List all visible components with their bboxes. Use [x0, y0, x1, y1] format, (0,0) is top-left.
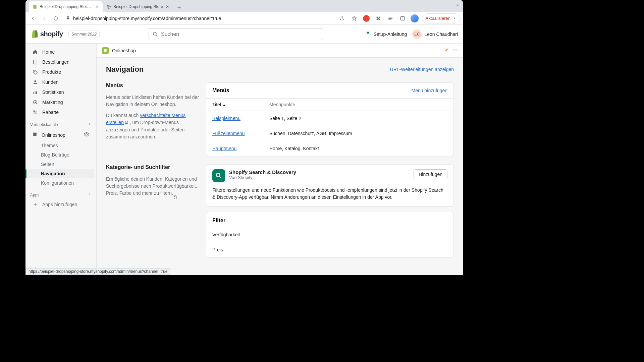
- sidepanel-icon[interactable]: [398, 14, 407, 23]
- sidebar-item-add-apps[interactable]: Apps hinzufügen: [28, 200, 94, 209]
- user-avatar: LC: [412, 29, 422, 39]
- sidebar-subitem-preferences[interactable]: Konfigurationen: [28, 179, 94, 187]
- menus-section-title: Menüs: [106, 82, 199, 88]
- section-label: Apps: [30, 193, 39, 197]
- sidebar-label: Produkte: [42, 69, 61, 75]
- sidebar-label: Rabatte: [42, 110, 59, 115]
- discovery-app-name: Shopify Search & Discovery: [229, 169, 296, 175]
- sidebar-section-apps[interactable]: Apps: [25, 188, 96, 199]
- kebab-icon: ⋮: [452, 16, 457, 21]
- person-icon: [32, 79, 38, 85]
- sidebar-subitem-themes[interactable]: Themes: [28, 141, 94, 150]
- category-section-desc: Ermögliche deinen Kunden, Kategorien und…: [106, 176, 199, 197]
- reload-button[interactable]: [51, 14, 60, 23]
- tab-title: Beispiel Dropshipping Store: [113, 4, 163, 9]
- tabs-overflow-button[interactable]: [455, 3, 460, 9]
- sidebar-subitem-pages[interactable]: Seiten: [28, 160, 94, 169]
- svg-point-22: [456, 49, 457, 50]
- eye-icon[interactable]: [84, 131, 90, 138]
- user-menu[interactable]: LC Leon Chaudhari: [412, 29, 458, 39]
- tag-icon: [32, 69, 38, 75]
- sidebar-item-customers[interactable]: Kunden: [28, 77, 94, 87]
- sidebar-item-orders[interactable]: Bestellungen: [28, 57, 94, 67]
- svg-point-21: [455, 49, 455, 50]
- close-icon[interactable]: ✕: [165, 4, 170, 9]
- sidebar-label: Marketing: [42, 100, 63, 105]
- reading-list-icon[interactable]: [386, 14, 395, 23]
- back-button[interactable]: [28, 14, 38, 23]
- chevron-right-icon: [88, 192, 92, 197]
- menu-link[interactable]: Hauptmenü: [212, 146, 236, 151]
- extensions-icon[interactable]: [374, 14, 383, 23]
- profile-avatar-icon[interactable]: [410, 14, 419, 23]
- menu-items: Seite 1, Seite 2: [269, 116, 301, 121]
- browser-update-button[interactable]: Aktualisieren ⋮: [422, 13, 461, 23]
- svg-rect-13: [36, 92, 37, 94]
- sidebar-item-onlineshop[interactable]: Onlineshop: [28, 129, 94, 140]
- svg-point-16: [34, 111, 35, 112]
- discovery-card: Shopify Search & Discovery Von Shopify H…: [206, 164, 454, 206]
- add-discovery-button[interactable]: Hinzufügen: [414, 169, 447, 179]
- sidebar-item-products[interactable]: Produkte: [28, 67, 94, 77]
- svg-point-10: [34, 80, 36, 82]
- menu-link[interactable]: Fußzeilenmenü: [212, 131, 245, 136]
- sidebar-subitem-blog[interactable]: Blog-Beiträge: [28, 150, 94, 159]
- svg-line-24: [220, 177, 221, 178]
- plus-icon: [32, 202, 38, 207]
- shopify-logo[interactable]: shopify: [31, 30, 63, 39]
- orders-icon: [32, 59, 38, 65]
- more-icon[interactable]: [452, 47, 458, 54]
- menus-card-title: Menüs: [212, 87, 229, 94]
- search-input[interactable]: Suchen: [149, 28, 323, 40]
- svg-point-9: [34, 71, 35, 72]
- browser-tab-active[interactable]: Beispiel Dropshipping Store · N ✕: [29, 1, 103, 12]
- chevron-right-icon: [88, 122, 92, 127]
- sidebar-item-marketing[interactable]: Marketing: [28, 98, 94, 107]
- close-icon[interactable]: ✕: [95, 4, 99, 9]
- target-icon: [32, 100, 38, 105]
- svg-point-15: [35, 102, 36, 103]
- setup-guide-label: Setup-Anleitung: [374, 32, 407, 37]
- sidebar: Home Bestellungen Produkte Kunden Statis…: [25, 44, 97, 275]
- forward-button[interactable]: [40, 14, 49, 23]
- svg-line-5: [156, 35, 157, 36]
- sidebar-item-discounts[interactable]: Rabatte: [28, 108, 94, 117]
- table-header-title[interactable]: Titel ▲: [212, 102, 269, 107]
- new-tab-button[interactable]: [174, 3, 184, 12]
- pin-icon[interactable]: [444, 47, 449, 54]
- svg-rect-2: [400, 16, 405, 20]
- filter-item[interactable]: Preis: [206, 242, 453, 257]
- shopify-wordmark: shopify: [40, 30, 63, 38]
- analytics-icon: [32, 89, 38, 95]
- svg-point-17: [36, 113, 37, 114]
- sidebar-item-analytics[interactable]: Statistiken: [28, 87, 94, 97]
- sidebar-section-channels[interactable]: Vertriebskanäle: [25, 117, 96, 129]
- discovery-body: Filtereinstellungen und neue Funktionen …: [206, 187, 453, 206]
- share-icon[interactable]: [337, 14, 347, 23]
- address-bar[interactable]: beispiel-dropshipping-store.myshopify.co…: [62, 13, 335, 23]
- menus-desc-2: Du kannst auch verschachtelte Menüs erst…: [106, 112, 199, 140]
- svg-rect-12: [35, 91, 36, 94]
- browser-status-bar: https://beispiel-dropshipping-store.mysh…: [25, 268, 170, 275]
- browser-tab[interactable]: Beispiel Dropshipping Store ✕: [103, 1, 173, 12]
- shopify-topbar: shopify Sommer 2022 Suchen Setup-Anleitu…: [25, 25, 463, 44]
- extension-red-icon[interactable]: [362, 14, 371, 23]
- discovery-vendor: Von Shopify: [229, 175, 296, 180]
- sidebar-label: Bestellungen: [42, 59, 69, 65]
- sidebar-item-home[interactable]: Home: [28, 47, 94, 57]
- sidebar-subitem-navigation[interactable]: Navigation: [28, 169, 94, 178]
- setup-guide-link[interactable]: Setup-Anleitung: [366, 31, 407, 37]
- filter-item[interactable]: Verfügbarkeit: [206, 227, 453, 242]
- sidebar-label: Statistiken: [42, 89, 64, 95]
- url-redirects-link[interactable]: URL-Weiterleitungen anzeigen: [390, 67, 454, 72]
- bookmark-icon[interactable]: [350, 14, 359, 23]
- category-section-title: Kategorie- und Suchfilter: [106, 164, 199, 170]
- menu-link[interactable]: Beispielmenu: [212, 116, 240, 121]
- section-label: Vertriebskanäle: [30, 122, 58, 127]
- svg-rect-1: [67, 17, 69, 19]
- menu-items: Home, Katalog, Kontakt: [269, 146, 319, 151]
- globe-icon: [106, 4, 111, 9]
- add-menu-link[interactable]: Menü hinzufügen: [412, 88, 447, 93]
- filter-card: Filter Verfügbarkeit Preis: [206, 212, 454, 257]
- menus-desc-1: Menüs oder Linklisten helfen Kunden bei …: [106, 94, 199, 108]
